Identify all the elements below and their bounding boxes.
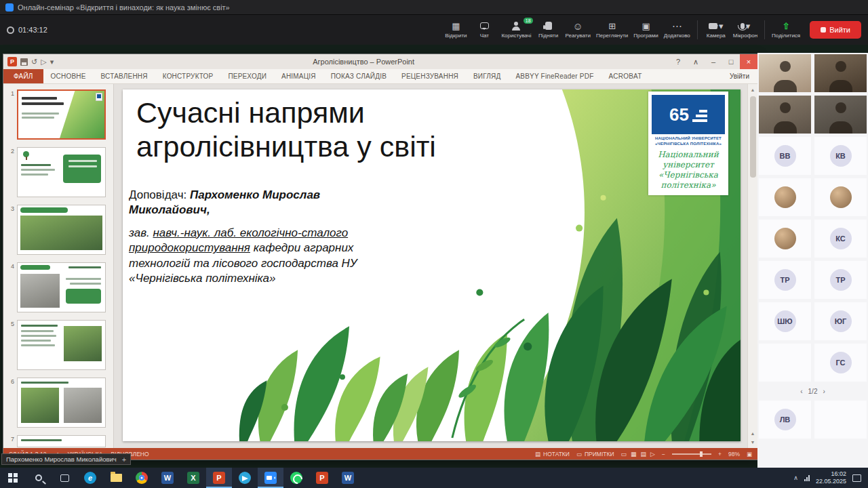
scrollbar-thumb[interactable] [750, 96, 756, 178]
participant-tile[interactable]: ЛВ [759, 401, 811, 439]
minimize-button[interactable]: – [705, 54, 722, 69]
participants-button[interactable]: 18 Користувачі [498, 16, 534, 43]
view-button[interactable]: ⊞ Переглянути [593, 16, 631, 43]
zoom-in-button[interactable]: + [718, 451, 722, 458]
camera-button[interactable]: ▾ Камера [702, 16, 730, 43]
undo-icon[interactable]: ↺ [31, 58, 37, 66]
slide-thumbnail-7[interactable] [17, 435, 106, 447]
network-icon[interactable] [804, 475, 810, 481]
slide-thumbnail-4[interactable] [17, 262, 106, 312]
participant-tile[interactable]: ШЮ [759, 302, 811, 340]
participant-tile[interactable]: КС [814, 220, 867, 258]
close-button[interactable]: × [740, 54, 757, 69]
tab-review[interactable]: РЕЦЕНЗУВАННЯ [394, 69, 466, 83]
slide-thumbnail-6[interactable] [17, 378, 106, 428]
presenter-name: Пархоменко Мирослав Миколайович [6, 455, 117, 463]
slide-sorter-icon[interactable]: ▦ [631, 451, 637, 458]
share-button[interactable]: ⇧ Поділитися [769, 16, 803, 43]
participant-video-tile[interactable] [814, 96, 867, 134]
leave-button[interactable]: Вийти [810, 21, 861, 39]
zoom-out-button[interactable]: − [662, 451, 665, 458]
reading-view-icon[interactable]: ▤ [641, 451, 647, 458]
pager-next-icon[interactable]: › [823, 388, 825, 395]
taskbar-file-explorer[interactable] [103, 468, 129, 488]
tab-design[interactable]: КОНСТРУКТОР [155, 69, 221, 83]
participant-tile[interactable]: ЮГ [814, 302, 867, 340]
start-slideshow-icon[interactable]: ▷ [41, 58, 46, 66]
notes-toggle[interactable]: ▤ НОТАТКИ [535, 451, 570, 458]
notification-center-icon[interactable] [852, 474, 861, 482]
taskbar-chrome[interactable] [129, 468, 155, 488]
tab-abbyy[interactable]: ABBYY FineReader PDF [508, 69, 601, 83]
participant-tile[interactable] [759, 178, 811, 216]
taskbar-telegram[interactable] [232, 468, 258, 488]
save-icon[interactable] [20, 58, 28, 66]
slide-thumbnail-5[interactable] [17, 320, 106, 370]
apps-button[interactable]: ▣ Програми [631, 16, 660, 43]
zoom-slider-knob[interactable] [700, 451, 703, 457]
slide-thumbnail-3[interactable] [17, 205, 106, 255]
pager-prev-icon[interactable]: ‹ [800, 388, 802, 395]
react-button[interactable]: ☺ Реагувати [563, 16, 593, 43]
participant-tile[interactable]: ТР [759, 261, 811, 299]
participant-video-tile[interactable] [759, 54, 811, 92]
start-button[interactable] [0, 468, 26, 488]
open-button[interactable]: ▦ Відкрити [441, 16, 470, 43]
tab-home[interactable]: ОСНОВНЕ [43, 69, 94, 83]
fit-slide-icon[interactable]: ▣ [747, 451, 752, 458]
participant-tile[interactable]: ТР [814, 261, 867, 299]
previous-slide-icon[interactable]: ▲ [751, 429, 755, 438]
tab-view[interactable]: ВИГЛЯД [466, 69, 508, 83]
zoom-slider[interactable] [672, 453, 711, 455]
taskbar-word[interactable]: W [155, 468, 180, 488]
more-button[interactable]: ⋯ Додатково [661, 16, 693, 43]
search-icon [35, 474, 42, 481]
search-button[interactable] [26, 468, 52, 488]
presenter-name-chip[interactable]: Пархоменко Мирослав Миколайович + [1, 453, 131, 465]
comments-toggle[interactable]: ▭ ПРИМІТКИ [576, 451, 614, 458]
tab-slideshow[interactable]: ПОКАЗ СЛАЙДІВ [323, 69, 394, 83]
participant-tile[interactable] [814, 178, 867, 216]
taskbar-word-2[interactable]: W [335, 468, 361, 488]
zoom-percentage[interactable]: 98% [728, 451, 740, 458]
next-slide-icon[interactable]: ▼ [751, 438, 755, 447]
chip-plus-icon[interactable]: + [122, 455, 126, 464]
raise-hand-button[interactable]: Підняти [534, 16, 563, 43]
participant-tile[interactable] [759, 220, 811, 258]
recording-indicator[interactable]: 01:43:12 [7, 26, 47, 34]
tab-acrobat[interactable]: ACROBAT [601, 69, 649, 83]
tab-transitions[interactable]: ПЕРЕХОДИ [220, 69, 274, 83]
participant-video-tile[interactable] [814, 54, 867, 92]
slide-thumbnail-2[interactable] [17, 147, 106, 197]
chat-button[interactable]: Чат [470, 16, 498, 43]
ppt-titlebar[interactable]: P ↺ ▷ ▾ Агролісівництво – PowerPoint ? ∧… [3, 54, 757, 69]
tab-insert[interactable]: ВСТАВЛЕННЯ [94, 69, 155, 83]
taskbar-clock[interactable]: 16:02 22.05.2025 [816, 470, 846, 486]
slide-scrollbar[interactable]: ▲ ▲ ▼ [747, 84, 757, 448]
mic-button[interactable]: ▾ Мікрофон [730, 16, 760, 43]
slideshow-view-icon[interactable]: ▷ [650, 451, 655, 458]
participant-video-tile[interactable] [759, 96, 811, 134]
ribbon-options-button[interactable]: ∧ [687, 54, 705, 69]
taskbar-edge[interactable]: e [77, 468, 103, 488]
tray-expand-icon[interactable]: ∧ [793, 474, 798, 481]
task-view-button[interactable] [52, 468, 77, 488]
slide-thumbnail-panel[interactable]: 1 2 [3, 84, 114, 448]
slide-thumbnail-1[interactable] [17, 89, 106, 140]
taskbar-powerpoint-2[interactable]: P [309, 468, 335, 488]
help-button[interactable]: ? [669, 54, 687, 69]
tab-file[interactable]: ФАЙЛ [3, 69, 43, 83]
participant-tile[interactable]: ВВ [759, 137, 811, 175]
qat-caret-icon[interactable]: ▾ [50, 58, 54, 66]
taskbar-whatsapp[interactable] [283, 468, 309, 488]
tab-animations[interactable]: АНІМАЦІЯ [274, 69, 323, 83]
participant-tile[interactable]: КВ [814, 137, 867, 175]
sign-in-button[interactable]: Увійти [722, 69, 757, 83]
normal-view-icon[interactable]: ▭ [621, 451, 627, 458]
taskbar-excel[interactable]: X [180, 468, 206, 488]
restore-button[interactable]: □ [722, 54, 740, 69]
taskbar-powerpoint-active[interactable]: P [206, 468, 232, 488]
taskbar-zoom-active[interactable] [258, 468, 283, 488]
scroll-up-icon[interactable]: ▲ [751, 85, 755, 94]
participant-tile[interactable]: ГС [814, 344, 867, 382]
